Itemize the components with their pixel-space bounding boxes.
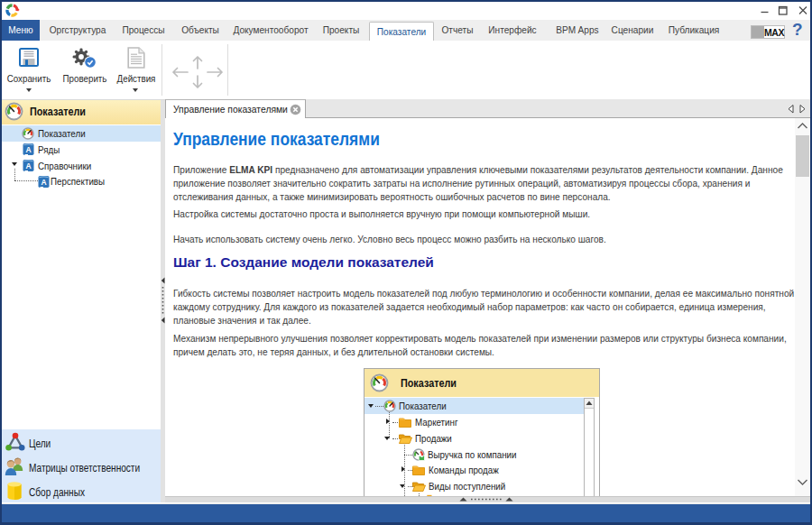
svg-text:A: A (25, 145, 31, 154)
svg-text:A: A (25, 161, 31, 170)
svg-text:A: A (41, 178, 46, 187)
